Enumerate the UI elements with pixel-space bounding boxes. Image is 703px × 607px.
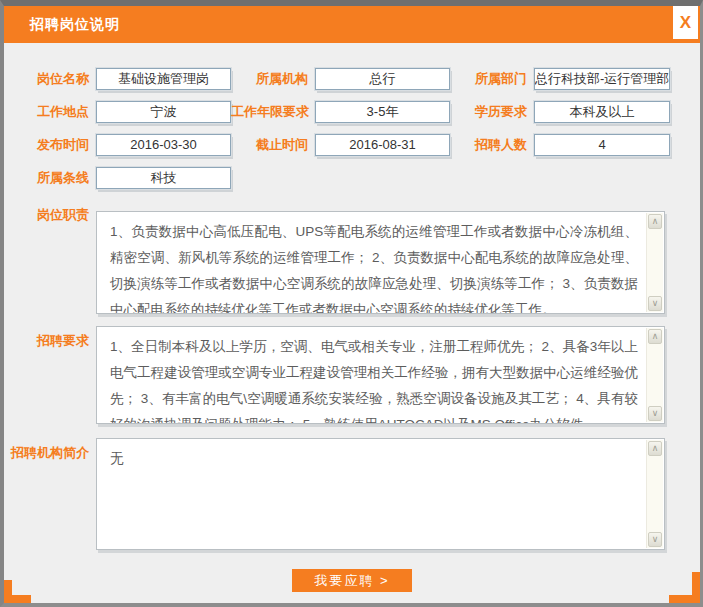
agency-intro-textarea[interactable]: 无 ∧ ∨ bbox=[96, 438, 665, 550]
job-duty-label: 岗位职责 bbox=[4, 200, 96, 224]
chevron-down-icon: ∨ bbox=[652, 298, 659, 308]
headcount-input[interactable]: 4 bbox=[534, 134, 670, 156]
chevron-up-icon: ∧ bbox=[652, 443, 659, 453]
headcount-label: 招聘人数 bbox=[450, 136, 534, 154]
dialog-content: 岗位名称 基础设施管理岗 所属机构 总行 所属部门 总行科技部-运行管理部 工作… bbox=[4, 68, 700, 592]
requirements-scrollbar[interactable]: ∧ ∨ bbox=[646, 328, 663, 422]
position-name-label: 岗位名称 bbox=[4, 70, 96, 88]
job-duty-textarea[interactable]: 1、负责数据中心高低压配电、UPS等配电系统的运维管理工作或者数据中心冷冻机组、… bbox=[96, 211, 665, 314]
chevron-down-icon: ∨ bbox=[652, 408, 659, 418]
agency-intro-text: 无 bbox=[97, 439, 646, 549]
agency-intro-section: 招聘机构简介 无 ∧ ∨ bbox=[4, 438, 700, 550]
fields-grid: 岗位名称 基础设施管理岗 所属机构 总行 所属部门 总行科技部-运行管理部 工作… bbox=[4, 68, 700, 189]
agency-intro-scrollbar[interactable]: ∧ ∨ bbox=[646, 440, 663, 548]
chevron-up-icon: ∧ bbox=[652, 216, 659, 226]
job-posting-dialog: 招聘岗位说明 X 岗位名称 基础设施管理岗 所属机构 总行 所属部门 总行科技部… bbox=[0, 0, 703, 607]
chevron-down-icon: ∨ bbox=[652, 534, 659, 544]
bottom-left-corner-accent bbox=[4, 580, 31, 603]
apply-button[interactable]: 我要应聘 > bbox=[292, 569, 412, 592]
department-input[interactable]: 总行科技部-运行管理部 bbox=[534, 68, 670, 90]
close-button[interactable]: X bbox=[673, 6, 698, 39]
location-input[interactable]: 宁波 bbox=[96, 101, 231, 123]
dialog-titlebar: 招聘岗位说明 X bbox=[4, 6, 700, 43]
experience-label: 工作年限要求 bbox=[231, 103, 315, 121]
education-label: 学历要求 bbox=[450, 103, 534, 121]
organization-input[interactable]: 总行 bbox=[315, 68, 450, 90]
job-duty-section: 岗位职责 1、负责数据中心高低压配电、UPS等配电系统的运维管理工作或者数据中心… bbox=[4, 200, 700, 314]
chevron-up-icon: ∧ bbox=[652, 331, 659, 341]
requirements-textarea[interactable]: 1、全日制本科及以上学历，空调、电气或相关专业，注册工程师优先； 2、具备3年以… bbox=[96, 326, 665, 424]
requirements-text: 1、全日制本科及以上学历，空调、电气或相关专业，注册工程师优先； 2、具备3年以… bbox=[97, 327, 646, 423]
requirements-label: 招聘要求 bbox=[4, 326, 96, 350]
bottom-right-corner-accent bbox=[669, 572, 700, 603]
publish-date-input[interactable]: 2016-03-30 bbox=[96, 134, 231, 156]
close-icon: X bbox=[680, 13, 691, 32]
scroll-up-button[interactable]: ∧ bbox=[648, 441, 662, 456]
requirements-section: 招聘要求 1、全日制本科及以上学历，空调、电气或相关专业，注册工程师优先； 2、… bbox=[4, 326, 700, 424]
organization-label: 所属机构 bbox=[231, 70, 315, 88]
publish-date-label: 发布时间 bbox=[4, 136, 96, 154]
scroll-up-button[interactable]: ∧ bbox=[648, 214, 662, 229]
agency-intro-label: 招聘机构简介 bbox=[4, 438, 96, 462]
scroll-down-button[interactable]: ∨ bbox=[648, 532, 662, 547]
deadline-label: 截止时间 bbox=[231, 136, 315, 154]
scroll-down-button[interactable]: ∨ bbox=[648, 406, 662, 421]
business-line-input[interactable]: 科技 bbox=[96, 167, 231, 189]
job-duty-text: 1、负责数据中心高低压配电、UPS等配电系统的运维管理工作或者数据中心冷冻机组、… bbox=[97, 212, 646, 313]
dialog-title: 招聘岗位说明 bbox=[30, 16, 120, 34]
department-label: 所属部门 bbox=[450, 70, 534, 88]
scroll-up-button[interactable]: ∧ bbox=[648, 329, 662, 344]
job-duty-scrollbar[interactable]: ∧ ∨ bbox=[646, 213, 663, 312]
deadline-input[interactable]: 2016-08-31 bbox=[315, 134, 450, 156]
scroll-down-button[interactable]: ∨ bbox=[648, 296, 662, 311]
location-label: 工作地点 bbox=[4, 103, 96, 121]
position-name-input[interactable]: 基础设施管理岗 bbox=[96, 68, 231, 90]
education-input[interactable]: 本科及以上 bbox=[534, 101, 670, 123]
business-line-label: 所属条线 bbox=[4, 169, 96, 187]
experience-input[interactable]: 3-5年 bbox=[315, 101, 450, 123]
